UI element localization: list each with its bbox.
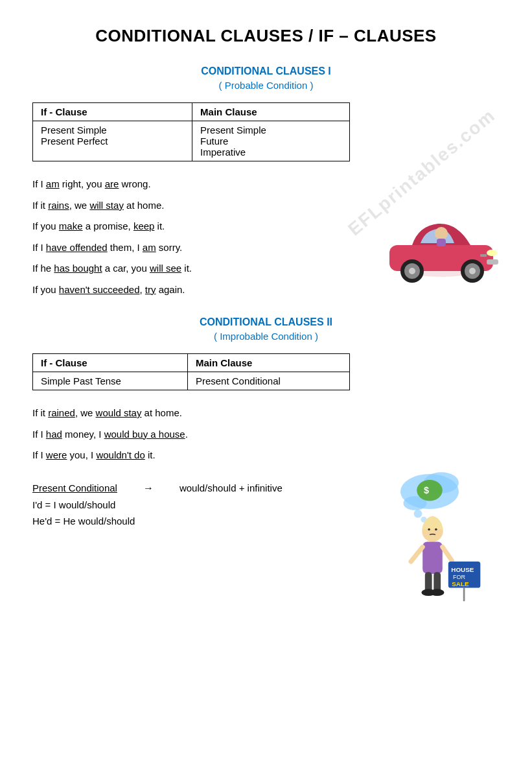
- table2-col1-header: If - Clause: [33, 354, 188, 372]
- svg-point-7: [469, 268, 476, 274]
- svg-rect-10: [480, 254, 487, 257]
- table2-col1-cell: Simple Past Tense: [33, 372, 188, 390]
- clause-table-1: If - Clause Main Clause Present SimplePr…: [32, 102, 350, 161]
- page-title: CONDITIONAL CLAUSES / IF – CLAUSES: [32, 26, 500, 46]
- example-8: If I had money, I would buy a house.: [32, 427, 500, 442]
- svg-rect-9: [487, 259, 498, 265]
- section2-examples: If it rained, we would stay at home. If …: [32, 406, 500, 463]
- svg-point-22: [435, 528, 437, 531]
- svg-point-8: [487, 250, 497, 256]
- table2-col2-header: Main Clause: [187, 354, 349, 372]
- svg-text:$: $: [424, 485, 429, 495]
- clause-table-2: If - Clause Main Clause Simple Past Tens…: [32, 353, 350, 390]
- car-illustration: [376, 201, 493, 279]
- table-row: Present SimplePresent Perfect Present Si…: [33, 121, 350, 161]
- svg-text:SALE: SALE: [452, 580, 469, 587]
- section-2: CONDITIONAL CLAUSES II ( Improbable Cond…: [32, 316, 500, 463]
- table2-col2-cell: Present Conditional: [187, 372, 349, 390]
- svg-line-25: [443, 547, 452, 561]
- svg-line-24: [411, 547, 422, 562]
- section2-heading: CONDITIONAL CLAUSES II: [32, 316, 500, 328]
- pc-formula: would/should + infinitive: [179, 482, 283, 493]
- table1-col2-cell: Present SimpleFutureImperative: [192, 121, 350, 161]
- example-9: If I were you, I wouldn't do it.: [32, 448, 500, 463]
- svg-text:HOUSE: HOUSE: [451, 566, 474, 573]
- svg-rect-23: [422, 541, 443, 574]
- svg-point-29: [430, 589, 445, 596]
- svg-point-4: [409, 268, 415, 274]
- section1-subheading: ( Probable Condition ): [32, 80, 500, 91]
- table-row: Simple Past Tense Present Conditional: [33, 372, 350, 390]
- svg-point-11: [435, 227, 448, 240]
- example-7: If it rained, we would stay at home.: [32, 406, 500, 421]
- person-illustration: $ HOUSE FOR SALE: [383, 467, 500, 597]
- section2-subheading: ( Improbable Condition ): [32, 331, 500, 342]
- table1-col2-header: Main Clause: [192, 103, 350, 121]
- table1-col1-header: If - Clause: [33, 103, 192, 121]
- svg-point-21: [428, 528, 430, 531]
- pc-label: Present Conditional: [32, 482, 117, 493]
- svg-text:FOR: FOR: [453, 574, 465, 580]
- section1-heading: CONDITIONAL CLAUSES I: [32, 65, 500, 77]
- pc-arrow: →: [143, 482, 154, 494]
- svg-rect-12: [437, 239, 446, 246]
- svg-point-16: [417, 480, 443, 501]
- svg-point-18: [414, 510, 422, 518]
- table1-col1-cell: Present SimplePresent Perfect: [33, 121, 192, 161]
- example-1: If I am right, you are wrong.: [32, 177, 500, 192]
